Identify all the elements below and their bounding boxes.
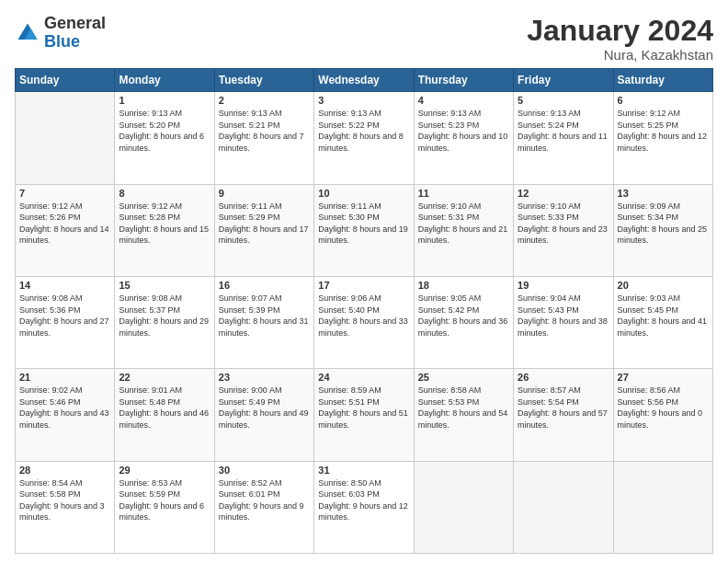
daylight-text: Daylight: 8 hours and 17 minutes. xyxy=(219,224,310,247)
daylight-text: Daylight: 8 hours and 38 minutes. xyxy=(518,316,609,339)
day-info: Sunrise: 9:13 AM Sunset: 5:22 PM Dayligh… xyxy=(318,108,409,154)
daylight-text: Daylight: 8 hours and 14 minutes. xyxy=(19,224,110,247)
day-number: 18 xyxy=(418,280,509,291)
day-number: 21 xyxy=(19,372,110,383)
sunset-text: Sunset: 5:46 PM xyxy=(19,396,110,408)
day-number: 4 xyxy=(418,95,509,106)
sunrise-text: Sunrise: 9:03 AM xyxy=(618,293,709,304)
page-subtitle: Nura, Kazakhstan xyxy=(527,47,713,63)
calendar-cell: 28 Sunrise: 8:54 AM Sunset: 5:58 PM Dayl… xyxy=(16,461,115,553)
header-row: Sunday Monday Tuesday Wednesday Thursday… xyxy=(16,69,713,92)
sunrise-text: Sunrise: 9:12 AM xyxy=(119,201,210,213)
daylight-text: Daylight: 8 hours and 57 minutes. xyxy=(518,408,609,431)
day-number: 6 xyxy=(618,95,709,106)
daylight-text: Daylight: 8 hours and 23 minutes. xyxy=(518,224,609,247)
daylight-text: Daylight: 8 hours and 6 minutes. xyxy=(119,131,210,154)
calendar-cell: 8 Sunrise: 9:12 AM Sunset: 5:28 PM Dayli… xyxy=(115,184,214,276)
day-number: 16 xyxy=(219,280,310,291)
day-info: Sunrise: 8:53 AM Sunset: 5:59 PM Dayligh… xyxy=(119,477,210,523)
sunrise-text: Sunrise: 9:01 AM xyxy=(119,385,210,396)
day-number: 22 xyxy=(119,372,210,383)
logo: General Blue xyxy=(15,15,106,52)
day-info: Sunrise: 8:57 AM Sunset: 5:54 PM Dayligh… xyxy=(518,385,609,431)
calendar-cell: 27 Sunrise: 8:56 AM Sunset: 5:56 PM Dayl… xyxy=(613,369,712,461)
sunset-text: Sunset: 5:21 PM xyxy=(219,120,310,132)
day-number: 1 xyxy=(119,95,210,106)
sunrise-text: Sunrise: 9:05 AM xyxy=(418,293,509,304)
calendar-cell: 14 Sunrise: 9:08 AM Sunset: 5:36 PM Dayl… xyxy=(16,276,115,368)
calendar-cell xyxy=(514,461,613,553)
day-info: Sunrise: 9:11 AM Sunset: 5:29 PM Dayligh… xyxy=(219,201,310,247)
day-info: Sunrise: 9:10 AM Sunset: 5:31 PM Dayligh… xyxy=(418,201,509,247)
daylight-text: Daylight: 9 hours and 9 minutes. xyxy=(219,500,310,523)
day-info: Sunrise: 9:10 AM Sunset: 5:33 PM Dayligh… xyxy=(518,201,609,247)
calendar-cell: 24 Sunrise: 8:59 AM Sunset: 5:51 PM Dayl… xyxy=(314,369,414,461)
day-info: Sunrise: 8:54 AM Sunset: 5:58 PM Dayligh… xyxy=(19,477,110,523)
sunrise-text: Sunrise: 9:13 AM xyxy=(119,108,210,120)
daylight-text: Daylight: 8 hours and 15 minutes. xyxy=(119,224,210,247)
calendar-cell: 12 Sunrise: 9:10 AM Sunset: 5:33 PM Dayl… xyxy=(514,184,613,276)
sunset-text: Sunset: 5:53 PM xyxy=(418,396,509,408)
sunrise-text: Sunrise: 8:53 AM xyxy=(119,477,210,489)
calendar-cell: 10 Sunrise: 9:11 AM Sunset: 5:30 PM Dayl… xyxy=(314,184,414,276)
daylight-text: Daylight: 8 hours and 7 minutes. xyxy=(219,131,310,154)
sunrise-text: Sunrise: 9:10 AM xyxy=(518,201,609,213)
sunrise-text: Sunrise: 9:12 AM xyxy=(19,201,110,213)
col-saturday: Saturday xyxy=(613,69,712,92)
day-number: 2 xyxy=(219,95,310,106)
page-title: January 2024 xyxy=(527,15,713,47)
sunset-text: Sunset: 5:20 PM xyxy=(119,120,210,132)
daylight-text: Daylight: 8 hours and 49 minutes. xyxy=(219,408,310,431)
calendar-cell: 31 Sunrise: 8:50 AM Sunset: 6:03 PM Dayl… xyxy=(314,461,414,553)
sunrise-text: Sunrise: 8:52 AM xyxy=(219,477,310,489)
day-number: 14 xyxy=(19,280,110,291)
day-info: Sunrise: 9:13 AM Sunset: 5:20 PM Dayligh… xyxy=(119,108,210,154)
calendar-cell: 23 Sunrise: 9:00 AM Sunset: 5:49 PM Dayl… xyxy=(214,369,313,461)
day-info: Sunrise: 9:00 AM Sunset: 5:49 PM Dayligh… xyxy=(219,385,310,431)
day-info: Sunrise: 9:12 AM Sunset: 5:25 PM Dayligh… xyxy=(618,108,709,154)
sunset-text: Sunset: 5:45 PM xyxy=(618,304,709,316)
sunset-text: Sunset: 5:42 PM xyxy=(418,304,509,316)
calendar-week-3: 21 Sunrise: 9:02 AM Sunset: 5:46 PM Dayl… xyxy=(16,369,713,461)
sunset-text: Sunset: 5:56 PM xyxy=(618,396,709,408)
calendar-cell: 9 Sunrise: 9:11 AM Sunset: 5:29 PM Dayli… xyxy=(214,184,313,276)
calendar-cell: 19 Sunrise: 9:04 AM Sunset: 5:43 PM Dayl… xyxy=(514,276,613,368)
day-info: Sunrise: 8:52 AM Sunset: 6:01 PM Dayligh… xyxy=(219,477,310,523)
sunset-text: Sunset: 5:54 PM xyxy=(518,396,609,408)
day-info: Sunrise: 9:13 AM Sunset: 5:23 PM Dayligh… xyxy=(418,108,509,154)
col-tuesday: Tuesday xyxy=(214,69,313,92)
day-info: Sunrise: 9:11 AM Sunset: 5:30 PM Dayligh… xyxy=(318,201,409,247)
sunrise-text: Sunrise: 9:00 AM xyxy=(219,385,310,396)
daylight-text: Daylight: 8 hours and 31 minutes. xyxy=(219,316,310,339)
calendar-cell: 21 Sunrise: 9:02 AM Sunset: 5:46 PM Dayl… xyxy=(16,369,115,461)
calendar-cell: 4 Sunrise: 9:13 AM Sunset: 5:23 PM Dayli… xyxy=(414,92,513,184)
calendar-table: Sunday Monday Tuesday Wednesday Thursday… xyxy=(15,68,713,554)
page: General Blue January 2024 Nura, Kazakhst… xyxy=(0,0,728,563)
calendar-cell: 16 Sunrise: 9:07 AM Sunset: 5:39 PM Dayl… xyxy=(214,276,313,368)
day-number: 9 xyxy=(219,188,310,199)
sunset-text: Sunset: 5:33 PM xyxy=(518,212,609,224)
sunrise-text: Sunrise: 9:08 AM xyxy=(119,293,210,304)
day-number: 31 xyxy=(318,465,409,476)
daylight-text: Daylight: 9 hours and 12 minutes. xyxy=(318,500,409,523)
daylight-text: Daylight: 8 hours and 11 minutes. xyxy=(518,131,609,154)
calendar-cell: 5 Sunrise: 9:13 AM Sunset: 5:24 PM Dayli… xyxy=(514,92,613,184)
daylight-text: Daylight: 8 hours and 43 minutes. xyxy=(19,408,110,431)
sunset-text: Sunset: 5:26 PM xyxy=(19,212,110,224)
daylight-text: Daylight: 8 hours and 41 minutes. xyxy=(618,316,709,339)
sunrise-text: Sunrise: 9:12 AM xyxy=(618,108,709,120)
sunset-text: Sunset: 6:03 PM xyxy=(318,488,409,500)
calendar-week-4: 28 Sunrise: 8:54 AM Sunset: 5:58 PM Dayl… xyxy=(16,461,713,553)
daylight-text: Daylight: 8 hours and 12 minutes. xyxy=(618,131,709,154)
day-info: Sunrise: 8:59 AM Sunset: 5:51 PM Dayligh… xyxy=(318,385,409,431)
sunset-text: Sunset: 5:28 PM xyxy=(119,212,210,224)
sunset-text: Sunset: 5:29 PM xyxy=(219,212,310,224)
sunset-text: Sunset: 5:59 PM xyxy=(119,488,210,500)
sunrise-text: Sunrise: 9:07 AM xyxy=(219,293,310,304)
sunset-text: Sunset: 5:36 PM xyxy=(19,304,110,316)
sunset-text: Sunset: 5:37 PM xyxy=(119,304,210,316)
col-sunday: Sunday xyxy=(16,69,115,92)
sunset-text: Sunset: 5:30 PM xyxy=(318,212,409,224)
logo-blue: Blue xyxy=(44,32,80,51)
sunrise-text: Sunrise: 8:54 AM xyxy=(19,477,110,489)
